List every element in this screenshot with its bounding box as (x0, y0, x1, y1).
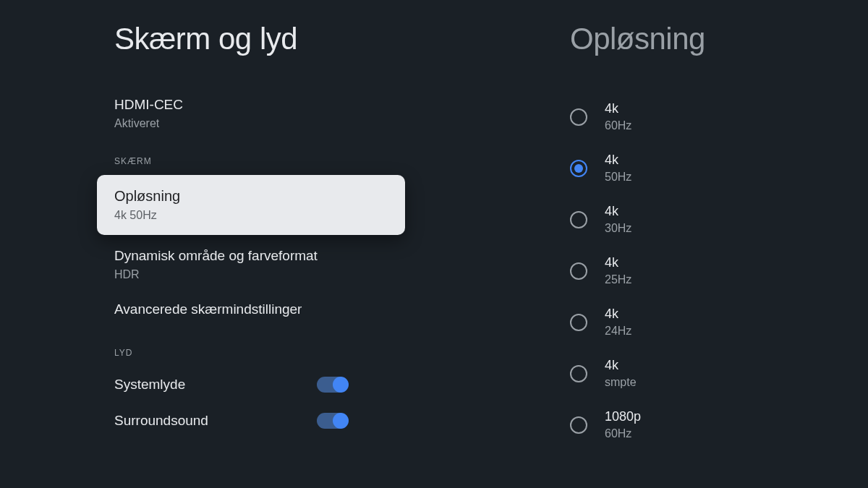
setting-title: Systemlyde (114, 377, 185, 393)
settings-list: HDMI-CEC Aktiveret SKÆRM Opløsning 4k 50… (0, 87, 492, 439)
option-text: 1080p 60Hz (605, 409, 641, 440)
option-title: 4k (605, 307, 631, 322)
right-panel-title: Opløsning (570, 22, 868, 56)
setting-surround-sound[interactable]: Surroundsound (114, 403, 492, 439)
setting-title: Avancerede skærmindstillinger (114, 301, 492, 317)
setting-hdmi-cec[interactable]: HDMI-CEC Aktiveret (114, 87, 492, 140)
option-subtitle: 24Hz (605, 325, 631, 338)
option-title: 1080p (605, 409, 641, 424)
option-text: 4k smpte (605, 358, 637, 389)
setting-subtitle: HDR (114, 268, 492, 281)
toggle-surround-sound[interactable] (317, 413, 347, 429)
option-4k-smpte[interactable]: 4k smpte (570, 348, 868, 399)
radio-icon (570, 365, 587, 382)
option-text: 4k 50Hz (605, 153, 631, 184)
option-4k-25hz[interactable]: 4k 25Hz (570, 245, 868, 296)
option-subtitle: 60Hz (605, 119, 631, 132)
option-4k-60hz[interactable]: 4k 60Hz (570, 91, 868, 142)
setting-title: Opløsning (114, 188, 388, 205)
setting-system-sounds[interactable]: Systemlyde (114, 367, 492, 403)
option-text: 4k 25Hz (605, 255, 631, 286)
setting-subtitle: 4k 50Hz (114, 209, 388, 222)
option-title: 4k (605, 204, 631, 219)
setting-dynamic-range[interactable]: Dynamisk område og farveformat HDR (114, 238, 492, 291)
section-header-sound: LYD (114, 348, 492, 358)
option-subtitle: 50Hz (605, 171, 631, 184)
resolution-options-list: 4k 60Hz 4k 50Hz 4k 30Hz 4k 25Hz (492, 91, 868, 450)
setting-subtitle: Aktiveret (114, 117, 492, 130)
right-options-panel: Opløsning 4k 60Hz 4k 50Hz 4k 30Hz (492, 0, 868, 488)
option-4k-30hz[interactable]: 4k 30Hz (570, 194, 868, 245)
setting-title: Dynamisk område og farveformat (114, 248, 492, 264)
option-subtitle: 60Hz (605, 427, 641, 440)
option-title: 4k (605, 358, 637, 373)
option-title: 4k (605, 153, 631, 168)
toggle-system-sounds[interactable] (317, 377, 347, 393)
setting-title: HDMI-CEC (114, 97, 492, 113)
option-text: 4k 30Hz (605, 204, 631, 235)
option-text: 4k 24Hz (605, 307, 631, 338)
radio-icon (570, 262, 587, 280)
option-text: 4k 60Hz (605, 101, 631, 132)
page-title: Skærm og lyd (114, 22, 492, 56)
left-settings-panel: Skærm og lyd HDMI-CEC Aktiveret SKÆRM Op… (0, 0, 492, 488)
radio-icon (570, 314, 587, 331)
setting-title: Surroundsound (114, 413, 208, 429)
option-1080p-60hz[interactable]: 1080p 60Hz (570, 399, 868, 450)
option-subtitle: smpte (605, 376, 637, 389)
option-subtitle: 25Hz (605, 273, 631, 286)
radio-icon (570, 416, 587, 434)
radio-icon (570, 211, 587, 228)
section-header-screen: SKÆRM (114, 156, 492, 166)
option-4k-50hz[interactable]: 4k 50Hz (570, 142, 868, 194)
setting-advanced-display[interactable]: Avancerede skærmindstillinger (114, 291, 492, 332)
option-4k-24hz[interactable]: 4k 24Hz (570, 296, 868, 348)
option-title: 4k (605, 255, 631, 270)
option-subtitle: 30Hz (605, 222, 631, 235)
setting-resolution[interactable]: Opløsning 4k 50Hz (97, 175, 405, 235)
option-title: 4k (605, 101, 631, 116)
radio-icon-selected (570, 160, 587, 177)
radio-icon (570, 108, 587, 126)
